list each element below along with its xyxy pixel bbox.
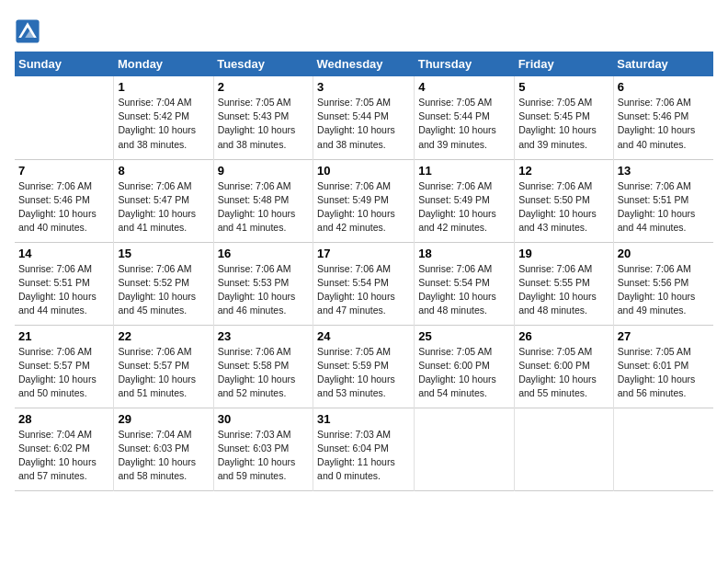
day-info: Sunrise: 7:06 AM Sunset: 5:56 PM Dayligh… xyxy=(618,262,710,318)
day-info: Sunrise: 7:04 AM Sunset: 6:02 PM Dayligh… xyxy=(18,428,109,484)
day-number: 11 xyxy=(418,164,510,178)
day-info: Sunrise: 7:05 AM Sunset: 6:00 PM Dayligh… xyxy=(418,345,510,401)
day-number: 17 xyxy=(317,247,410,260)
day-number: 16 xyxy=(218,247,309,260)
day-info: Sunrise: 7:06 AM Sunset: 5:49 PM Dayligh… xyxy=(418,179,510,236)
day-cell: 6Sunrise: 7:06 AM Sunset: 5:46 PM Daylig… xyxy=(613,76,713,159)
day-cell xyxy=(613,408,713,490)
day-number: 5 xyxy=(518,80,609,94)
day-info: Sunrise: 7:05 AM Sunset: 5:43 PM Dayligh… xyxy=(218,96,309,152)
day-info: Sunrise: 7:06 AM Sunset: 5:47 PM Dayligh… xyxy=(118,179,209,236)
day-number: 14 xyxy=(18,247,109,260)
day-number: 21 xyxy=(18,329,109,343)
day-number: 26 xyxy=(518,329,609,343)
day-info: Sunrise: 7:05 AM Sunset: 5:45 PM Dayligh… xyxy=(518,96,609,152)
day-cell: 9Sunrise: 7:06 AM Sunset: 5:48 PM Daylig… xyxy=(213,159,313,242)
day-cell: 16Sunrise: 7:06 AM Sunset: 5:53 PM Dayli… xyxy=(213,242,313,325)
day-info: Sunrise: 7:06 AM Sunset: 5:46 PM Dayligh… xyxy=(18,179,109,236)
header-friday: Friday xyxy=(515,52,614,76)
day-cell: 8Sunrise: 7:06 AM Sunset: 5:47 PM Daylig… xyxy=(114,159,213,242)
logo xyxy=(15,18,42,44)
week-row-2: 7Sunrise: 7:06 AM Sunset: 5:46 PM Daylig… xyxy=(15,159,713,242)
calendar-table: Sunday Monday Tuesday Wednesday Thursday… xyxy=(15,52,713,491)
day-cell: 2Sunrise: 7:05 AM Sunset: 5:43 PM Daylig… xyxy=(213,76,313,159)
day-cell: 27Sunrise: 7:05 AM Sunset: 6:01 PM Dayli… xyxy=(613,325,713,408)
day-number: 6 xyxy=(618,80,710,94)
day-info: Sunrise: 7:06 AM Sunset: 5:54 PM Dayligh… xyxy=(317,262,410,318)
day-info: Sunrise: 7:03 AM Sunset: 6:04 PM Dayligh… xyxy=(317,428,410,484)
day-number: 25 xyxy=(418,329,510,343)
day-cell: 20Sunrise: 7:06 AM Sunset: 5:56 PM Dayli… xyxy=(613,242,713,325)
day-number: 1 xyxy=(118,80,209,94)
day-number: 12 xyxy=(518,164,609,178)
day-info: Sunrise: 7:05 AM Sunset: 5:44 PM Dayligh… xyxy=(317,96,410,152)
day-info: Sunrise: 7:04 AM Sunset: 6:03 PM Dayligh… xyxy=(118,428,209,484)
day-cell: 28Sunrise: 7:04 AM Sunset: 6:02 PM Dayli… xyxy=(15,408,114,490)
day-info: Sunrise: 7:06 AM Sunset: 5:51 PM Dayligh… xyxy=(18,262,109,318)
day-cell xyxy=(515,408,614,490)
day-info: Sunrise: 7:04 AM Sunset: 5:42 PM Dayligh… xyxy=(118,96,209,152)
day-cell: 10Sunrise: 7:06 AM Sunset: 5:49 PM Dayli… xyxy=(313,159,415,242)
day-number: 18 xyxy=(418,247,510,260)
header-sunday: Sunday xyxy=(15,52,114,76)
day-cell: 26Sunrise: 7:05 AM Sunset: 6:00 PM Dayli… xyxy=(515,325,614,408)
day-info: Sunrise: 7:06 AM Sunset: 5:57 PM Dayligh… xyxy=(18,345,109,401)
day-number: 19 xyxy=(518,247,609,260)
day-cell: 22Sunrise: 7:06 AM Sunset: 5:57 PM Dayli… xyxy=(114,325,213,408)
day-cell: 24Sunrise: 7:05 AM Sunset: 5:59 PM Dayli… xyxy=(313,325,415,408)
day-number: 24 xyxy=(317,329,410,343)
day-cell: 15Sunrise: 7:06 AM Sunset: 5:52 PM Dayli… xyxy=(114,242,213,325)
header-tuesday: Tuesday xyxy=(213,52,313,76)
day-info: Sunrise: 7:06 AM Sunset: 5:49 PM Dayligh… xyxy=(317,179,410,236)
day-info: Sunrise: 7:06 AM Sunset: 5:55 PM Dayligh… xyxy=(518,262,609,318)
day-number: 22 xyxy=(118,329,209,343)
day-info: Sunrise: 7:05 AM Sunset: 6:01 PM Dayligh… xyxy=(618,345,710,401)
day-number: 9 xyxy=(218,164,309,178)
day-number: 4 xyxy=(418,80,510,94)
day-cell: 21Sunrise: 7:06 AM Sunset: 5:57 PM Dayli… xyxy=(15,325,114,408)
day-info: Sunrise: 7:06 AM Sunset: 5:57 PM Dayligh… xyxy=(118,345,209,401)
day-number: 28 xyxy=(18,412,109,426)
day-cell: 25Sunrise: 7:05 AM Sunset: 6:00 PM Dayli… xyxy=(415,325,515,408)
week-row-5: 28Sunrise: 7:04 AM Sunset: 6:02 PM Dayli… xyxy=(15,408,713,490)
day-cell: 4Sunrise: 7:05 AM Sunset: 5:44 PM Daylig… xyxy=(415,76,515,159)
day-info: Sunrise: 7:06 AM Sunset: 5:53 PM Dayligh… xyxy=(218,262,309,318)
day-number: 8 xyxy=(118,164,209,178)
day-number: 13 xyxy=(618,164,710,178)
day-cell: 23Sunrise: 7:06 AM Sunset: 5:58 PM Dayli… xyxy=(213,325,313,408)
day-info: Sunrise: 7:06 AM Sunset: 5:58 PM Dayligh… xyxy=(218,345,309,401)
day-number: 23 xyxy=(218,329,309,343)
day-number: 7 xyxy=(18,164,109,178)
header-row: Sunday Monday Tuesday Wednesday Thursday… xyxy=(15,52,713,76)
logo-icon xyxy=(15,18,40,44)
week-row-1: 1Sunrise: 7:04 AM Sunset: 5:42 PM Daylig… xyxy=(15,76,713,159)
day-cell: 14Sunrise: 7:06 AM Sunset: 5:51 PM Dayli… xyxy=(15,242,114,325)
day-number: 15 xyxy=(118,247,209,260)
header-saturday: Saturday xyxy=(613,52,713,76)
page-header xyxy=(15,15,713,44)
day-number: 30 xyxy=(218,412,309,426)
header-thursday: Thursday xyxy=(415,52,515,76)
header-monday: Monday xyxy=(114,52,213,76)
day-info: Sunrise: 7:06 AM Sunset: 5:46 PM Dayligh… xyxy=(618,96,710,152)
day-cell: 5Sunrise: 7:05 AM Sunset: 5:45 PM Daylig… xyxy=(515,76,614,159)
day-number: 2 xyxy=(218,80,309,94)
day-number: 29 xyxy=(118,412,209,426)
day-cell: 17Sunrise: 7:06 AM Sunset: 5:54 PM Dayli… xyxy=(313,242,415,325)
day-info: Sunrise: 7:06 AM Sunset: 5:54 PM Dayligh… xyxy=(418,262,510,318)
day-cell: 12Sunrise: 7:06 AM Sunset: 5:50 PM Dayli… xyxy=(515,159,614,242)
header-wednesday: Wednesday xyxy=(313,52,415,76)
day-cell: 29Sunrise: 7:04 AM Sunset: 6:03 PM Dayli… xyxy=(114,408,213,490)
day-number: 20 xyxy=(618,247,710,260)
day-cell: 30Sunrise: 7:03 AM Sunset: 6:03 PM Dayli… xyxy=(213,408,313,490)
day-cell: 18Sunrise: 7:06 AM Sunset: 5:54 PM Dayli… xyxy=(415,242,515,325)
day-cell: 19Sunrise: 7:06 AM Sunset: 5:55 PM Dayli… xyxy=(515,242,614,325)
day-cell: 7Sunrise: 7:06 AM Sunset: 5:46 PM Daylig… xyxy=(15,159,114,242)
day-number: 31 xyxy=(317,412,410,426)
week-row-3: 14Sunrise: 7:06 AM Sunset: 5:51 PM Dayli… xyxy=(15,242,713,325)
day-info: Sunrise: 7:06 AM Sunset: 5:52 PM Dayligh… xyxy=(118,262,209,318)
day-cell: 3Sunrise: 7:05 AM Sunset: 5:44 PM Daylig… xyxy=(313,76,415,159)
day-number: 3 xyxy=(317,80,410,94)
day-info: Sunrise: 7:06 AM Sunset: 5:51 PM Dayligh… xyxy=(618,179,710,236)
day-info: Sunrise: 7:03 AM Sunset: 6:03 PM Dayligh… xyxy=(218,428,309,484)
